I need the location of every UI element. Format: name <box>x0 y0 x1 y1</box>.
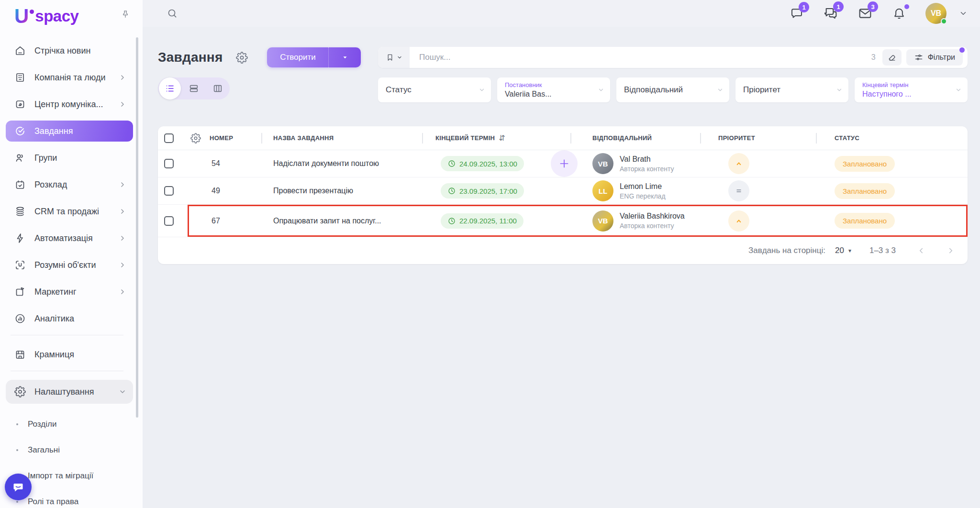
filter-deadline[interactable]: Кінцевий термін Наступного ... <box>855 77 968 102</box>
assignee-name[interactable]: Valeriia Bashkirova <box>620 212 685 221</box>
sidebar-item-label: Центр комуніка... <box>34 99 119 110</box>
saved-filters-bookmark[interactable] <box>378 47 410 68</box>
search-input[interactable] <box>410 53 871 62</box>
sidebar-item-label: Компанія та люди <box>34 73 119 83</box>
sidebar-item-analytics[interactable]: Аналітика <box>6 308 133 329</box>
column-header-number[interactable]: НОМЕР <box>210 134 233 142</box>
sidebar-item-crm[interactable]: CRM та продажі <box>6 201 133 222</box>
task-title[interactable]: Надіслати документи поштою <box>262 159 423 168</box>
global-search-icon[interactable] <box>167 8 178 19</box>
sidebar-item-settings[interactable]: Налаштування <box>6 380 133 404</box>
add-subtask-button[interactable] <box>551 150 578 177</box>
chat-smile-icon <box>11 480 25 494</box>
deadline-pill: 23.09.2025, 17:00 <box>441 183 524 199</box>
table-row-highlighted[interactable]: 67 Опрацювати запит на послуг... 22.09.2… <box>158 205 968 237</box>
table-settings-gear-icon[interactable] <box>190 133 201 144</box>
page-size-select[interactable]: 20 ▾ <box>835 246 851 255</box>
next-page-button[interactable] <box>947 246 955 255</box>
column-header-status[interactable]: СТАТУС <box>835 134 859 142</box>
column-header-priority[interactable]: ПРІОРИТЕТ <box>718 134 755 142</box>
row-checkbox[interactable] <box>164 186 174 196</box>
support-chat-button[interactable] <box>5 474 32 500</box>
filter-label: Пріоритет <box>743 85 780 94</box>
bell-icon[interactable] <box>892 6 906 21</box>
chevron-down-icon <box>119 388 126 396</box>
task-title[interactable]: Опрацювати запит на послуг... <box>262 217 423 225</box>
filter-label: Відповідальний <box>624 85 683 94</box>
assignee-name[interactable]: Lemon Lime <box>620 182 666 191</box>
view-rows-button[interactable] <box>182 77 206 99</box>
database-icon <box>14 205 27 218</box>
mail-icon[interactable]: 3 <box>858 6 873 21</box>
previous-page-button[interactable] <box>917 246 925 255</box>
group-chat-icon[interactable]: 1 <box>823 6 838 21</box>
sidebar-item-comm-center[interactable]: Центр комуніка... <box>6 94 133 115</box>
sidebar-scrollbar[interactable] <box>136 37 138 418</box>
sidebar-divider <box>11 335 123 335</box>
submenu-item-sections[interactable]: Розділи <box>0 411 143 437</box>
clear-filters-eraser-icon[interactable] <box>882 49 902 66</box>
column-header-assignee[interactable]: ВІДПОВІДАЛЬНИЙ <box>592 134 652 142</box>
sidebar-item-marketing[interactable]: Маркетинг <box>6 281 133 302</box>
sidebar-item-label: CRM та продажі <box>34 207 119 217</box>
logo-text: spacy <box>35 7 78 26</box>
column-header-deadline[interactable]: КІНЦЕВИЙ ТЕРМІН <box>435 134 495 142</box>
sidebar-item-automation[interactable]: Автоматизація <box>6 228 133 249</box>
sidebar-item-groups[interactable]: Групи <box>6 147 133 168</box>
chat-icon[interactable]: 1 <box>790 6 804 21</box>
sidebar-item-schedule[interactable]: Розклад <box>6 174 133 195</box>
sidebar-item-smart-objects[interactable]: Розумні об'єкти <box>6 254 133 276</box>
profile-menu-chevron-icon[interactable] <box>959 9 968 18</box>
sidebar-item-store[interactable]: Крамниця <box>6 344 133 365</box>
filter-status[interactable]: Статус <box>378 77 491 102</box>
page-settings-gear-icon[interactable] <box>236 52 248 64</box>
assignee-name[interactable]: Val Brath <box>620 155 674 164</box>
sidebar-item-newsfeed[interactable]: Стрічка новин <box>6 40 133 61</box>
column-header-title[interactable]: НАЗВА ЗАВДАННЯ <box>273 134 334 142</box>
sidebar-item-label: Групи <box>34 153 126 163</box>
row-checkbox[interactable] <box>164 159 174 168</box>
pin-sidebar-icon[interactable] <box>121 10 130 19</box>
status-badge: Заплановано <box>835 156 895 172</box>
filter-label: Кінцевий термін <box>862 81 955 88</box>
row-checkbox[interactable] <box>164 216 174 226</box>
chat-badge: 1 <box>799 2 809 12</box>
logo-u-glyph: U <box>14 7 29 26</box>
user-avatar[interactable]: VB <box>925 3 947 24</box>
sidebar-item-label: Налаштування <box>34 387 119 397</box>
bullet-dot <box>16 501 18 503</box>
status-badge: Заплановано <box>835 213 895 229</box>
create-button-label[interactable]: Створити <box>267 47 328 67</box>
chevron-right-icon <box>119 288 126 296</box>
filter-value: Valeriia Bas... <box>505 90 598 99</box>
filter-priority[interactable]: Пріоритет <box>735 77 848 102</box>
filter-responsible[interactable]: Відповідальний <box>616 77 729 102</box>
chevron-right-icon <box>119 208 126 215</box>
view-kanban-button[interactable] <box>206 77 230 99</box>
page-range: 1–3 з 3 <box>869 246 896 255</box>
chevron-down-icon <box>479 87 485 93</box>
create-task-button[interactable]: Створити <box>267 47 361 67</box>
search-bar: 3 Фільтри <box>378 47 968 68</box>
plus-icon <box>558 157 570 170</box>
submenu-item-label: Загальні <box>28 445 60 455</box>
page-header: Завдання Створити 3 <box>158 45 968 70</box>
submenu-item-general[interactable]: Загальні <box>0 437 143 463</box>
tools-row: Статус Постановник Valeriia Bas... Відпо… <box>158 77 968 102</box>
group-chat-badge: 1 <box>833 1 844 12</box>
logo-dot <box>30 10 34 14</box>
create-dropdown-arrow[interactable] <box>328 47 361 67</box>
sidebar-item-tasks[interactable]: Завдання <box>6 121 133 142</box>
task-title[interactable]: Провести презентацію <box>262 187 423 195</box>
view-list-button[interactable] <box>159 77 181 99</box>
page-title: Завдання <box>158 50 223 65</box>
filter-author[interactable]: Постановник Valeriia Bas... <box>497 77 610 102</box>
sidebar-item-company-people[interactable]: Компанія та люди <box>6 67 133 88</box>
table-row[interactable]: 54 Надіслати документи поштою 24.09.2025… <box>158 150 968 177</box>
assignee-role: Авторка контенту <box>620 165 674 173</box>
sort-arrows-icon[interactable]: ⇵ <box>499 133 505 143</box>
assignee-avatar: LL <box>592 180 613 201</box>
filters-button[interactable]: Фільтри <box>906 49 963 66</box>
table-row[interactable]: 49 Провести презентацію 23.09.2025, 17:0… <box>158 177 968 205</box>
select-all-checkbox[interactable] <box>164 133 174 143</box>
